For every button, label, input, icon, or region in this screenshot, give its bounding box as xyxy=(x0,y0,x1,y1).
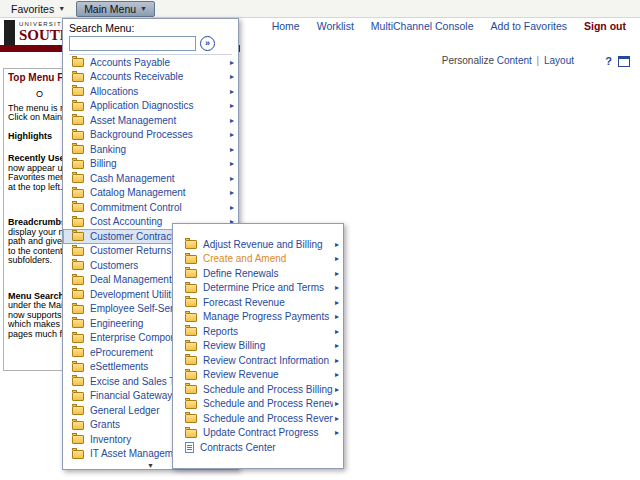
submenu-item-create-and-amend[interactable]: Create and Amend▸ xyxy=(173,252,343,267)
submenu-item-adjust-revenue-and-billing[interactable]: Adjust Revenue and Billing▸ xyxy=(173,237,343,252)
submenu-item-review-contract-information[interactable]: Review Contract Information▸ xyxy=(173,353,343,368)
submenu-list: Adjust Revenue and Billing▸Create and Am… xyxy=(173,237,343,455)
submenu-arrow-icon: ▸ xyxy=(335,298,339,307)
menu-item-label: Define Renewals xyxy=(203,268,333,279)
menu-search-input[interactable] xyxy=(69,36,196,51)
folder-icon xyxy=(72,218,84,227)
main-menu-button[interactable]: Main Menu ▼ xyxy=(76,1,155,17)
submenu-item-review-billing[interactable]: Review Billing▸ xyxy=(173,339,343,354)
folder-icon xyxy=(185,269,197,278)
menu-item-catalog-management[interactable]: Catalog Management▸ xyxy=(63,186,238,201)
new-window-icon[interactable] xyxy=(618,56,630,67)
folder-icon xyxy=(72,131,84,140)
folder-icon xyxy=(72,232,84,241)
folder-icon xyxy=(72,145,84,154)
sign-out-link[interactable]: Sign out xyxy=(584,20,626,32)
folder-icon xyxy=(185,298,197,307)
submenu-item-determine-price-and-terms[interactable]: Determine Price and Terms▸ xyxy=(173,281,343,296)
submenu-arrow-icon: ▸ xyxy=(230,116,234,125)
menu-search-area: Search Menu: » xyxy=(63,19,238,55)
folder-icon xyxy=(185,240,197,249)
folder-icon xyxy=(72,406,84,415)
submenu-arrow-icon: ▸ xyxy=(335,240,339,249)
menu-item-label: Accounts Receivable xyxy=(90,71,228,82)
folder-icon xyxy=(72,203,84,212)
submenu-arrow-icon: ▸ xyxy=(335,327,339,336)
menu-item-label: Application Diagnostics xyxy=(90,100,228,111)
submenu-item-contracts-center[interactable]: Contracts Center xyxy=(173,440,343,455)
submenu-item-schedule-and-process-renewals[interactable]: Schedule and Process Renewals▸ xyxy=(173,397,343,412)
menu-item-asset-management[interactable]: Asset Management▸ xyxy=(63,113,238,128)
multichannel-console-link[interactable]: MultiChannel Console xyxy=(371,20,474,32)
menu-item-application-diagnostics[interactable]: Application Diagnostics▸ xyxy=(63,99,238,114)
submenu-arrow-icon: ▸ xyxy=(335,254,339,263)
submenu-item-schedule-and-process-revenue[interactable]: Schedule and Process Revenue▸ xyxy=(173,411,343,426)
submenu-item-forecast-revenue[interactable]: Forecast Revenue▸ xyxy=(173,295,343,310)
submenu-item-reports[interactable]: Reports▸ xyxy=(173,324,343,339)
submenu-arrow-icon: ▸ xyxy=(230,130,234,139)
folder-icon xyxy=(72,334,84,343)
search-menu-label: Search Menu: xyxy=(69,22,232,34)
menu-item-banking[interactable]: Banking▸ xyxy=(63,142,238,157)
add-to-favorites-link[interactable]: Add to Favorites xyxy=(491,20,567,32)
favorites-menu-button[interactable]: Favorites ▼ xyxy=(6,2,70,16)
personalize-layout-link[interactable]: Layout xyxy=(544,55,574,66)
submenu-arrow-icon: ▸ xyxy=(230,159,234,168)
folder-icon xyxy=(72,290,84,299)
submenu-arrow-icon: ▸ xyxy=(230,174,234,183)
search-go-icon[interactable]: » xyxy=(200,36,215,51)
submenu-item-manage-progress-payments[interactable]: Manage Progress Payments▸ xyxy=(173,310,343,325)
header-links: Home Worklist MultiChannel Console Add t… xyxy=(272,20,626,32)
submenu-item-define-renewals[interactable]: Define Renewals▸ xyxy=(173,266,343,281)
menu-item-commitment-control[interactable]: Commitment Control▸ xyxy=(63,200,238,215)
menu-item-label: Schedule and Process Renewals xyxy=(203,398,333,409)
submenu-item-schedule-and-process-billing[interactable]: Schedule and Process Billing▸ xyxy=(173,382,343,397)
submenu-item-review-revenue[interactable]: Review Revenue▸ xyxy=(173,368,343,383)
submenu-arrow-icon: ▸ xyxy=(335,370,339,379)
folder-icon xyxy=(72,276,84,285)
submenu-arrow-icon: ▸ xyxy=(335,341,339,350)
folder-icon xyxy=(72,435,84,444)
worklist-link[interactable]: Worklist xyxy=(317,20,354,32)
folder-icon xyxy=(72,377,84,386)
folder-icon xyxy=(72,58,84,67)
folder-icon xyxy=(72,348,84,357)
menu-item-billing[interactable]: Billing▸ xyxy=(63,157,238,172)
submenu-arrow-icon: ▸ xyxy=(230,203,234,212)
menu-item-allocations[interactable]: Allocations▸ xyxy=(63,84,238,99)
menu-item-accounts-receivable[interactable]: Accounts Receivable▸ xyxy=(63,70,238,85)
folder-icon xyxy=(72,421,84,430)
submenu-item-update-contract-progress[interactable]: Update Contract Progress▸ xyxy=(173,426,343,441)
menu-item-label: Review Billing xyxy=(203,340,333,351)
submenu-arrow-icon: ▸ xyxy=(230,58,234,67)
chevron-down-icon: ▼ xyxy=(140,5,147,12)
chevron-down-icon: ▼ xyxy=(58,5,65,12)
submenu-arrow-icon: ▸ xyxy=(335,269,339,278)
menu-item-label: Reports xyxy=(203,326,333,337)
folder-icon xyxy=(72,87,84,96)
help-icon[interactable]: ? xyxy=(605,55,612,67)
menu-item-label: Billing xyxy=(90,158,228,169)
submenu-arrow-icon: ▸ xyxy=(230,101,234,110)
menu-item-background-processes[interactable]: Background Processes▸ xyxy=(63,128,238,143)
submenu-arrow-icon: ▸ xyxy=(335,356,339,365)
menu-item-label: Review Revenue xyxy=(203,369,333,380)
menu-item-label: Commitment Control xyxy=(90,202,228,213)
folder-icon xyxy=(185,313,197,322)
help-area: ? xyxy=(605,55,630,67)
folder-icon xyxy=(72,363,84,372)
folder-icon xyxy=(72,247,84,256)
top-navigation-bar: Favorites ▼ Main Menu ▼ xyxy=(0,0,640,18)
submenu-arrow-icon: ▸ xyxy=(230,145,234,154)
home-link[interactable]: Home xyxy=(272,20,300,32)
menu-item-label: Banking xyxy=(90,144,228,155)
submenu-arrow-icon: ▸ xyxy=(335,283,339,292)
folder-icon xyxy=(185,255,197,264)
menu-item-label: Adjust Revenue and Billing xyxy=(203,239,333,250)
folder-icon xyxy=(185,385,197,394)
personalize-content-link[interactable]: Content xyxy=(497,55,532,66)
menu-item-label: Determine Price and Terms xyxy=(203,282,333,293)
menu-item-cash-management[interactable]: Cash Management▸ xyxy=(63,171,238,186)
folder-icon xyxy=(72,261,84,270)
menu-item-accounts-payable[interactable]: Accounts Payable▸ xyxy=(63,55,238,70)
